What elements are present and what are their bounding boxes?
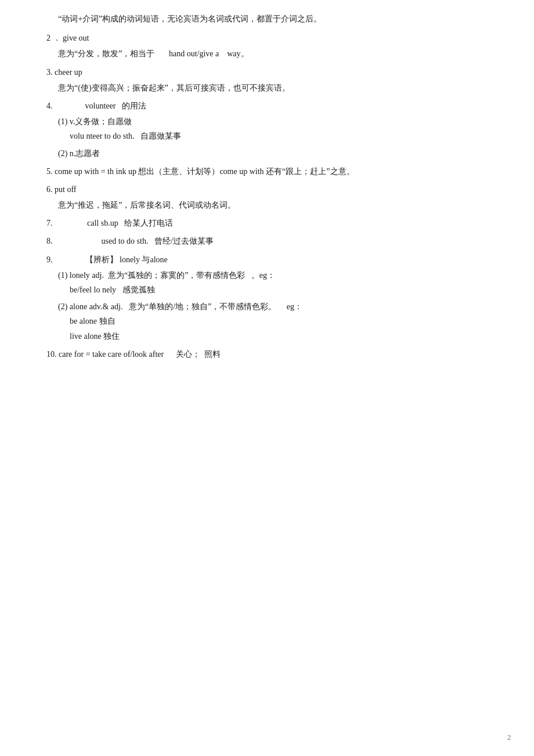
item-9-number: 9.	[46, 255, 83, 264]
item-10: 10. care for = take care of/look after 关…	[46, 347, 499, 361]
item-2-number: 2 ．	[46, 34, 61, 42]
intro-line: “动词+介词”构成的动词短语，无论宾语为名词或代词，都置于介词之后。	[46, 12, 499, 26]
item-7: 7. call sb.up 给某人打电话	[46, 216, 499, 230]
item-5-title: come up with = th ink up 想出（主意、计划等）come …	[55, 167, 355, 176]
page-number: 2	[507, 732, 511, 744]
item-3-detail: 意为“(使)变得高兴；振奋起来”，其后可接宾语，也可不接宾语。	[46, 81, 499, 95]
item-8-title: used to do sth. 曾经/过去做某事	[102, 237, 214, 245]
item-3: 3. cheer up 意为“(使)变得高兴；振奋起来”，其后可接宾语，也可不接…	[46, 65, 499, 95]
item-9-sub1: (1) lonely adj. 意为“孤独的；寡寞的”，带有感情色彩 。eg： …	[46, 268, 499, 297]
item-9: 9. 【辨析】 lonely 与alone (1) lonely adj. 意为…	[46, 252, 499, 343]
item-6-title: put off	[55, 185, 76, 194]
item-2-title: give out	[63, 34, 89, 42]
item-7-number: 7.	[46, 219, 85, 227]
item-3-header: 3. cheer up	[46, 65, 499, 79]
item-4-sub1: (1) v.义务做；自愿做 volu nteer to do sth. 自愿做某…	[46, 114, 499, 143]
item-7-title: call sb.up 给某人打电话	[87, 219, 173, 227]
item-9-sub1-label: (1) lonely adj. 意为“孤独的；寡寞的”，带有感情色彩 。eg：	[58, 268, 499, 283]
item-6: 6. put off 意为“推迟，拖延”，后常接名词、代词或动名词。	[46, 182, 499, 212]
item-4-sub1-label: (1) v.义务做；自愿做	[58, 114, 499, 129]
item-2: 2 ． give out 意为“分发，散发”，相当于 hand out/give…	[46, 31, 499, 61]
item-7-header: 7. call sb.up 给某人打电话	[46, 216, 499, 230]
item-8-number: 8.	[46, 237, 99, 245]
item-8: 8. used to do sth. 曾经/过去做某事	[46, 234, 499, 248]
item-3-title: cheer up	[55, 68, 82, 77]
item-5: 5. come up with = th ink up 想出（主意、计划等）co…	[46, 164, 499, 179]
item-10-title: care for = take care of/look after 关心； 照…	[59, 350, 221, 359]
content-area: “动词+介词”构成的动词短语，无论宾语为名词或代词，都置于介词之后。 2 ． g…	[46, 12, 499, 361]
item-9-sub2: (2) alone adv.& adj. 意为“单独的/地；独自”，不带感情色彩…	[46, 299, 499, 343]
item-4-header: 4. volunteer 的用法	[46, 99, 499, 113]
item-5-number: 5.	[46, 167, 55, 176]
item-10-number: 10.	[46, 350, 59, 359]
item-9-sub2-detail1: be alone 独自	[58, 314, 499, 328]
item-5-header: 5. come up with = th ink up 想出（主意、计划等）co…	[46, 164, 499, 179]
item-4-sub1-detail: volu nteer to do sth. 自愿做某事	[58, 129, 499, 143]
item-9-header: 9. 【辨析】 lonely 与alone	[46, 252, 499, 267]
item-4-number: 4.	[46, 102, 83, 110]
item-9-sub1-detail: be/feel lo nely 感觉孤独	[58, 283, 499, 297]
item-6-detail: 意为“推迟，拖延”，后常接名词、代词或动名词。	[46, 198, 499, 212]
item-2-detail: 意为“分发，散发”，相当于 hand out/give a way。	[46, 46, 499, 61]
item-6-number: 6.	[46, 185, 55, 194]
item-6-header: 6. put off	[46, 182, 499, 197]
item-8-header: 8. used to do sth. 曾经/过去做某事	[46, 234, 499, 248]
item-4-sub2-label: (2) n.志愿者	[58, 146, 499, 161]
item-4: 4. volunteer 的用法 (1) v.义务做；自愿做 volu ntee…	[46, 99, 499, 161]
item-9-sub2-detail2: live alone 独住	[58, 329, 499, 343]
item-4-sub2: (2) n.志愿者	[46, 146, 499, 161]
item-3-number: 3.	[46, 68, 55, 77]
intro-text: “动词+介词”构成的动词短语，无论宾语为名词或代词，都置于介词之后。	[58, 15, 322, 23]
item-4-title: volunteer 的用法	[85, 102, 146, 110]
item-9-title: 【辨析】 lonely 与alone	[85, 255, 168, 264]
item-9-sub2-label: (2) alone adv.& adj. 意为“单独的/地；独自”，不带感情色彩…	[58, 299, 499, 314]
item-2-header: 2 ． give out	[46, 31, 499, 45]
